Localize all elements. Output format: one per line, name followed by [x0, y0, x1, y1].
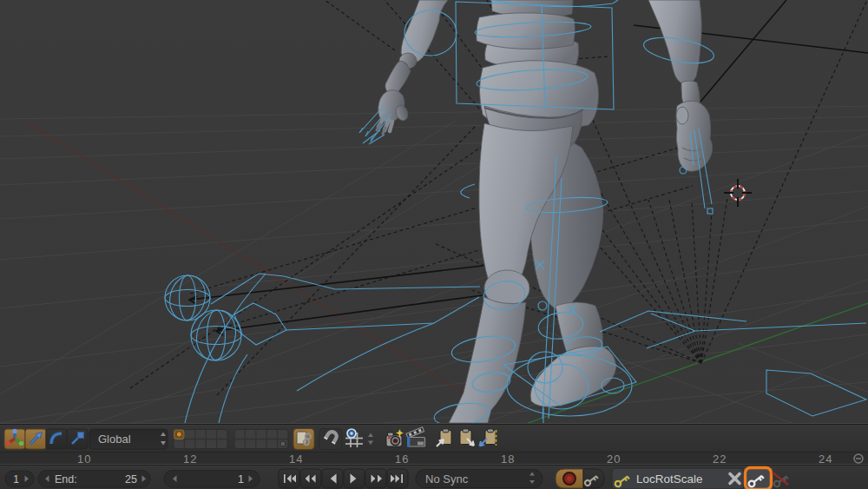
- svg-text:End:: End:: [55, 473, 77, 486]
- svg-text:LocRotScale: LocRotScale: [636, 472, 703, 486]
- svg-text:Global: Global: [98, 433, 131, 446]
- svg-text:1: 1: [13, 473, 19, 486]
- svg-text:1: 1: [238, 473, 244, 486]
- svg-text:25: 25: [125, 473, 137, 486]
- svg-text:No Sync: No Sync: [425, 472, 469, 486]
